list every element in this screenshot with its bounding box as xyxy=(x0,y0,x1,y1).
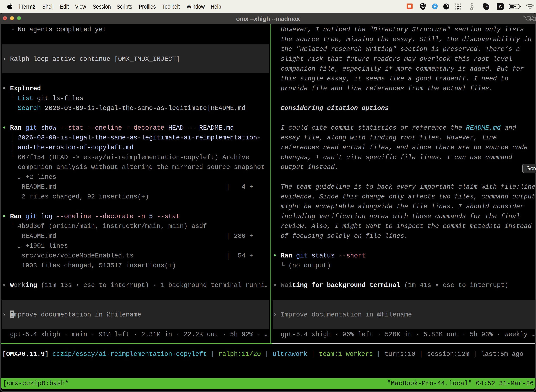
svg-text:1: 1 xyxy=(534,16,536,22)
svg-text:..61: ..61 xyxy=(484,6,488,9)
